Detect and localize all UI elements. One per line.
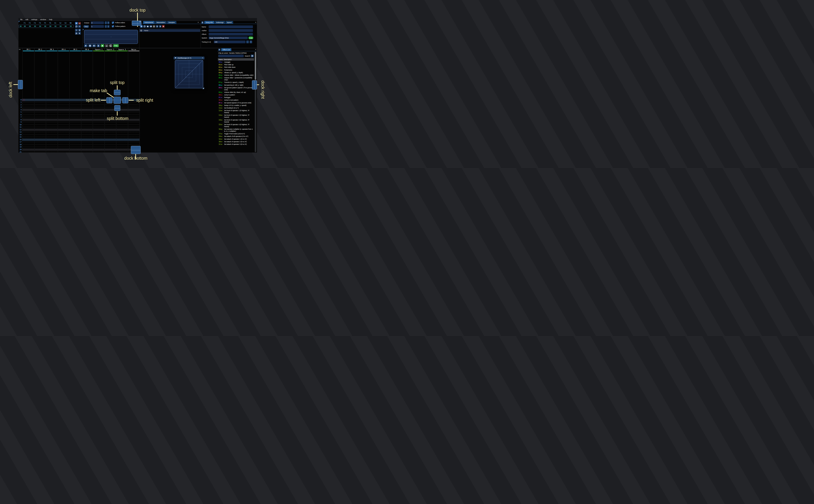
- pattern-cell[interactable]: ············: [58, 114, 69, 116]
- orders-column-F5[interactable]: F5: [43, 22, 48, 24]
- pattern-cell[interactable]: ············: [93, 148, 104, 151]
- pattern-cell[interactable]: ············: [116, 114, 128, 116]
- pattern-cell[interactable]: ············: [81, 148, 93, 151]
- pattern-cell[interactable]: ············: [34, 109, 46, 111]
- pattern-cell[interactable]: ············: [58, 124, 69, 126]
- pattern-cell[interactable]: ············: [69, 111, 81, 114]
- pattern-cell[interactable]: ············: [34, 139, 46, 141]
- pattern-cell[interactable]: ············: [58, 106, 69, 109]
- pattern-cell[interactable]: ············: [58, 111, 69, 114]
- split-right-target[interactable]: [122, 97, 128, 103]
- pattern-cell[interactable]: ············: [46, 146, 58, 148]
- pattern-cell[interactable]: ············: [128, 106, 140, 109]
- pattern-cell[interactable]: ············: [128, 134, 140, 136]
- pattern-row[interactable]: 9·······································…: [18, 121, 139, 124]
- pattern-cell[interactable]: ············: [46, 144, 58, 146]
- pattern-cell[interactable]: ············: [46, 126, 58, 129]
- duplicate-order-button[interactable]: [75, 25, 78, 28]
- pattern-cell[interactable]: ············: [93, 126, 104, 129]
- pattern-cell[interactable]: ············: [22, 111, 34, 114]
- pattern-cell[interactable]: ············: [93, 121, 104, 124]
- order-cell-F1[interactable]: 00: [22, 25, 27, 27]
- pattern-cell[interactable]: ············: [58, 119, 69, 121]
- pattern-cell[interactable]: ············: [34, 144, 46, 146]
- pattern-cell[interactable]: ············: [116, 144, 128, 146]
- orders-column-F2[interactable]: F2: [27, 22, 32, 24]
- pattern-cell[interactable]: ············: [93, 111, 104, 114]
- pattern-cell[interactable]: ············: [22, 136, 34, 139]
- pattern-cell[interactable]: ············: [69, 119, 81, 121]
- channel-header-square-3[interactable]: Square 3: [116, 48, 128, 51]
- edit-record-button[interactable]: [101, 44, 104, 47]
- pattern-row[interactable]: 18······································…: [18, 144, 139, 146]
- pattern-cell[interactable]: ············: [128, 136, 140, 139]
- pattern-cell[interactable]: ············: [34, 134, 46, 136]
- pattern-cell[interactable]: ············: [69, 129, 81, 131]
- pattern-cell[interactable]: ············: [93, 141, 104, 144]
- pattern-row[interactable]: 11······································…: [18, 126, 139, 129]
- pattern-cell[interactable]: ············: [69, 146, 81, 148]
- pattern-cell[interactable]: ············: [34, 119, 46, 121]
- pattern-cell[interactable]: ············: [93, 114, 104, 116]
- pattern-cell[interactable]: ············: [69, 109, 81, 111]
- pattern-cell[interactable]: ············: [58, 151, 69, 153]
- pattern-cell[interactable]: ············: [34, 124, 46, 126]
- pattern-cell[interactable]: ············: [116, 134, 128, 136]
- pattern-cell[interactable]: ············: [46, 101, 58, 104]
- menu-item-settings[interactable]: settings: [31, 18, 37, 20]
- pattern-cell[interactable]: ············: [22, 126, 34, 129]
- pattern-cell[interactable]: ············: [116, 121, 128, 124]
- panel-divider[interactable]: [200, 21, 201, 48]
- pattern-cell[interactable]: ············: [58, 139, 69, 141]
- pattern-cell[interactable]: ············: [93, 151, 104, 153]
- order-cell-S2[interactable]: 00: [58, 25, 63, 27]
- pattern-cell[interactable]: ············: [58, 131, 69, 134]
- pattern-cell[interactable]: ············: [69, 116, 81, 119]
- pattern-cell[interactable]: ············: [104, 151, 116, 153]
- pattern-cell[interactable]: ············: [58, 101, 69, 104]
- pattern-cell[interactable]: ············: [58, 109, 69, 111]
- pattern-cell[interactable]: ············: [34, 101, 46, 104]
- pattern-cell[interactable]: ············: [34, 104, 46, 106]
- pattern-cell[interactable]: ············: [58, 104, 69, 106]
- pattern-cell[interactable]: ············: [93, 104, 104, 106]
- pattern-cell[interactable]: ············: [81, 126, 93, 129]
- pattern-cell[interactable]: ············: [69, 148, 81, 151]
- dock-right-target[interactable]: [252, 80, 257, 90]
- pattern-row[interactable]: 19······································…: [18, 146, 139, 148]
- step-plus-button[interactable]: +: [107, 25, 109, 28]
- pattern-cell[interactable]: ············: [69, 106, 81, 109]
- tuning-minus-button[interactable]: -: [246, 41, 249, 43]
- orders-column-F1[interactable]: F1: [22, 22, 27, 24]
- pattern-row[interactable]: 2·······································…: [18, 104, 139, 106]
- pattern-cell[interactable]: ············: [81, 146, 93, 148]
- pattern-cell[interactable]: ············: [116, 136, 128, 139]
- channel-header-fm-5[interactable]: FM 5: [69, 48, 81, 51]
- pattern-cell[interactable]: ············: [46, 119, 58, 121]
- pattern-cell[interactable]: ············: [46, 116, 58, 119]
- tab-wavetables[interactable]: Wavetables: [155, 21, 167, 24]
- step-row-button[interactable]: [97, 44, 100, 47]
- pattern-row[interactable]: 16······································…: [18, 139, 139, 141]
- effect-list-close-icon[interactable]: ×: [255, 49, 256, 51]
- pattern-cell[interactable]: ············: [46, 139, 58, 141]
- pattern-cell[interactable]: ············: [22, 124, 34, 126]
- play-from-cursor-button[interactable]: [88, 44, 92, 47]
- pattern-row[interactable]: 0·······································…: [18, 99, 139, 101]
- pattern-cell[interactable]: ············: [81, 114, 93, 116]
- order-cell-F3[interactable]: 00: [32, 25, 38, 27]
- pattern-cell[interactable]: ············: [93, 134, 104, 136]
- pattern-cell[interactable]: ············: [93, 129, 104, 131]
- instrument-list-item[interactable]: - None -: [139, 29, 200, 32]
- pattern-cell[interactable]: ············: [128, 104, 140, 106]
- orders-row[interactable]: 0000000000000000000000: [19, 25, 74, 28]
- pattern-cell[interactable]: ············: [81, 144, 93, 146]
- pattern-row[interactable]: 17······································…: [18, 141, 139, 144]
- dock-left-target[interactable]: [18, 80, 23, 89]
- pattern-row[interactable]: 14······································…: [18, 134, 139, 136]
- pattern-cell[interactable]: ············: [34, 141, 46, 144]
- pattern-cell[interactable]: ············: [58, 148, 69, 151]
- step-input[interactable]: [91, 25, 104, 28]
- play-button[interactable]: [84, 44, 88, 47]
- pattern-cell[interactable]: ············: [81, 111, 93, 114]
